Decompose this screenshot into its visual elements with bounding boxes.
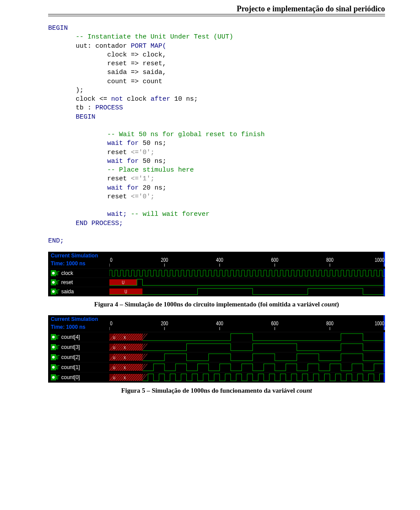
unit: ns;: [186, 95, 198, 103]
sim-time-axis: 02004006008001000: [109, 315, 385, 330]
signal-name: count[1]: [61, 364, 80, 370]
signal-toggle-icon: [51, 354, 60, 360]
svg-text:1000: 1000: [375, 320, 385, 326]
svg-text:400: 400: [216, 320, 223, 326]
svg-rect-119: [56, 366, 57, 369]
sim-header-l2: Time: 1000 ns: [51, 324, 85, 331]
svg-text:U: U: [113, 366, 115, 370]
svg-text:U: U: [113, 336, 115, 340]
wave-count2: UX: [109, 352, 385, 362]
wave-count1: UX: [109, 362, 385, 372]
signal-toggle-icon: [51, 270, 60, 276]
svg-rect-21: [57, 279, 60, 285]
svg-text:U: U: [113, 346, 115, 350]
svg-text:600: 600: [271, 257, 278, 263]
svg-text:U: U: [113, 376, 115, 380]
sim-time-axis: 02004006008001000: [109, 252, 385, 267]
sim-header-l1: Current Simulation: [51, 317, 98, 323]
svg-text:1000: 1000: [375, 257, 385, 263]
signal-name: count[0]: [61, 374, 80, 380]
signal-label-count3: count[3]: [48, 342, 109, 352]
ident: clock,: [143, 51, 166, 59]
ident: clock: [127, 95, 147, 103]
ident: clock: [76, 95, 95, 103]
comment: -- Wait 50 ns for global reset to finish: [107, 131, 265, 138]
svg-rect-72: [57, 344, 60, 350]
kw: after: [150, 95, 170, 103]
signal-label-saida: saida: [48, 287, 109, 296]
svg-rect-17: [384, 269, 385, 278]
svg-point-26: [52, 290, 55, 293]
svg-rect-48: [57, 334, 60, 340]
ident: saida,: [143, 69, 166, 76]
svg-point-14: [52, 272, 55, 274]
caption-text: Figura 5 – Simulação de 1000ns do funcio…: [121, 387, 297, 394]
svg-rect-120: [57, 364, 60, 370]
wave-count4: UX: [109, 332, 385, 342]
ident: uut:: [76, 42, 91, 50]
sim-header-l2: Time: 1000 ns: [51, 261, 85, 267]
ident: reset: [107, 60, 127, 67]
svg-text:X: X: [124, 346, 126, 350]
svg-point-118: [52, 366, 55, 369]
svg-text:U: U: [125, 289, 127, 294]
caption-ital: count: [297, 387, 312, 394]
unit: ns;: [154, 184, 166, 192]
kw: not: [111, 95, 123, 103]
op: <=: [99, 95, 107, 103]
svg-rect-144: [57, 374, 60, 380]
svg-rect-16: [57, 270, 60, 276]
svg-rect-15: [56, 271, 57, 275]
ident: reset: [107, 149, 127, 156]
num: 20: [143, 184, 150, 192]
op: =>: [131, 60, 139, 67]
signal-label-count4: count[4]: [48, 332, 109, 342]
svg-point-70: [52, 346, 55, 348]
signal-name: count[2]: [61, 354, 80, 360]
kw: wait: [107, 158, 123, 165]
svg-text:200: 200: [161, 320, 168, 326]
num: 50: [143, 158, 150, 165]
wave-clock: [109, 269, 385, 278]
comment: -- will wait forever: [131, 211, 210, 218]
unit: ns;: [154, 158, 166, 165]
ident: count: [143, 78, 162, 85]
simulation-figure-4: Current Simulation Time: 1000 ns 0200400…: [48, 252, 385, 296]
signal-name: count[4]: [61, 334, 80, 340]
punct: );: [76, 87, 84, 94]
svg-text:200: 200: [161, 257, 168, 263]
kw: wait;: [107, 211, 127, 218]
svg-text:X: X: [124, 366, 126, 370]
kw-begin: BEGIN: [76, 113, 95, 121]
svg-rect-47: [56, 335, 57, 339]
svg-rect-68: [384, 332, 385, 342]
signal-name: saida: [61, 288, 74, 295]
kw: for: [127, 140, 139, 147]
svg-rect-20: [56, 281, 57, 284]
signal-label-count0: count[0]: [48, 373, 109, 382]
svg-rect-31: [384, 287, 385, 296]
op: =>: [131, 78, 139, 85]
num: 50: [143, 140, 150, 147]
kw: PROCESS: [95, 104, 123, 112]
svg-rect-24: [384, 278, 385, 287]
kw-begin: BEGIN: [48, 25, 68, 32]
signal-toggle-icon: [51, 334, 60, 340]
svg-point-19: [52, 281, 55, 284]
svg-text:U: U: [113, 356, 115, 360]
svg-rect-116: [384, 352, 385, 362]
ident: contador: [95, 42, 127, 50]
kw-end: END;: [48, 237, 64, 245]
page-title: Projecto e implementação do sinal periód…: [237, 4, 385, 13]
str: <='0';: [131, 193, 154, 200]
signal-toggle-icon: [51, 288, 60, 295]
kw: for: [127, 184, 139, 192]
signal-toggle-icon: [51, 364, 60, 370]
svg-point-142: [52, 376, 55, 379]
ident: tb: [76, 104, 84, 112]
comment: -- Place stimulus here: [107, 166, 194, 174]
svg-text:600: 600: [271, 320, 278, 326]
kw: wait: [107, 184, 123, 192]
vhdl-code-block: BEGIN -- Instantiate the Unit Under Test…: [48, 24, 385, 246]
svg-point-94: [52, 356, 55, 359]
